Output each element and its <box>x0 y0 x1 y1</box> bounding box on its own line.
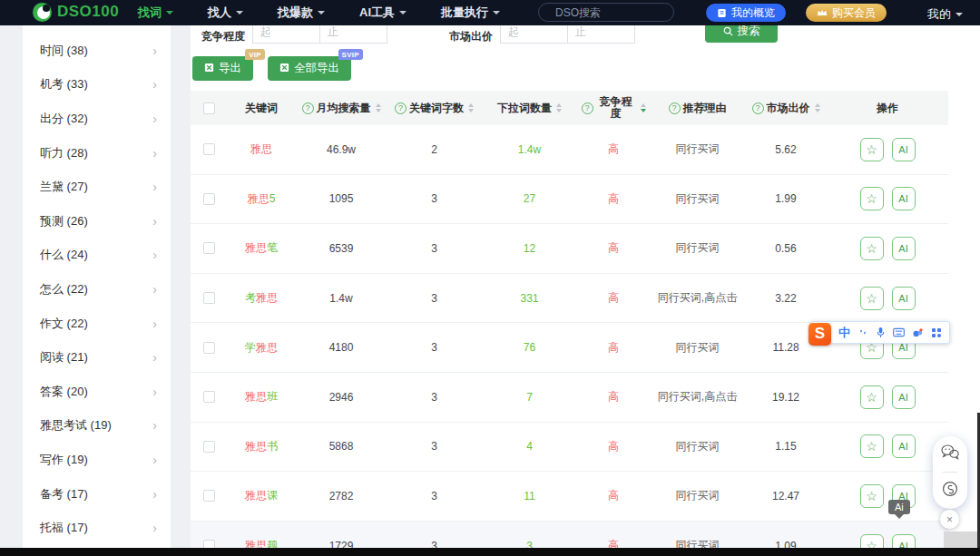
sort-arrows[interactable] <box>556 103 562 112</box>
more-grid-icon[interactable] <box>931 327 942 338</box>
sidebar-item[interactable]: 出分 (32)› <box>23 102 171 136</box>
sort-asc-icon[interactable] <box>815 103 820 107</box>
my-overview-button[interactable]: 我的概览 <box>706 4 786 22</box>
main-menu: 找词找人找爆款AI工具批量执行 <box>138 0 500 25</box>
sidebar-item[interactable]: 什么 (24)› <box>23 239 171 273</box>
sort-desc-icon[interactable] <box>815 109 820 112</box>
dso-logo-text[interactable]: DSO100 <box>57 3 119 21</box>
monthly-search-volume: 6539 <box>296 242 387 255</box>
keyword-cell[interactable]: 雅思5 <box>227 191 296 207</box>
dropdown-word-count: 331 <box>482 292 577 305</box>
keyword-cell[interactable]: 雅思班 <box>227 389 296 405</box>
help-icon[interactable]: ? <box>669 102 681 114</box>
dso-logo-icon[interactable] <box>33 3 52 22</box>
link-icon[interactable] <box>941 480 959 502</box>
row-checkbox-cell <box>191 441 227 453</box>
global-search[interactable] <box>538 3 674 22</box>
microphone-icon[interactable] <box>876 327 886 338</box>
row-checkbox[interactable] <box>203 391 215 403</box>
account-menu[interactable]: 我的 <box>927 6 963 23</box>
favorite-button[interactable]: ☆ <box>860 287 884 310</box>
skin-icon[interactable] <box>912 327 924 338</box>
help-icon[interactable]: ? <box>395 102 407 114</box>
help-icon[interactable]: ? <box>302 102 314 114</box>
ai-button[interactable]: AI <box>892 385 916 409</box>
row-checkbox[interactable] <box>203 490 215 502</box>
sidebar-item[interactable]: 怎么 (22)› <box>23 272 171 307</box>
chevron-right-icon: › <box>152 283 157 296</box>
sidebar-item[interactable]: 机考 (33)› <box>23 68 171 102</box>
help-icon[interactable]: ? <box>582 102 593 114</box>
nav-menu-item[interactable]: 找词 <box>138 5 173 21</box>
favorite-button[interactable]: ☆ <box>860 138 884 161</box>
sort-arrows[interactable] <box>376 103 381 112</box>
row-checkbox[interactable] <box>203 143 215 155</box>
sidebar-item[interactable]: 雅思考试 (19)› <box>23 409 171 444</box>
ai-button[interactable]: AI <box>892 434 916 458</box>
favorite-button[interactable]: ☆ <box>860 187 884 210</box>
ai-button[interactable]: AI <box>892 237 916 260</box>
nav-menu-item[interactable]: 批量执行 <box>441 5 500 21</box>
row-checkbox[interactable] <box>203 193 215 205</box>
row-checkbox-cell <box>191 342 227 354</box>
sort-desc-icon[interactable] <box>641 109 646 112</box>
close-icon: × <box>946 513 953 526</box>
sidebar-item[interactable]: 写作 (19)› <box>23 443 171 477</box>
sidebar-item[interactable]: 答案 (20)› <box>23 375 171 409</box>
keyword-cell[interactable]: 雅思 <box>227 141 296 157</box>
nav-menu-item[interactable]: 找爆款 <box>278 5 325 21</box>
sort-asc-icon[interactable] <box>376 103 381 107</box>
sidebar-item[interactable]: 听力 (28)› <box>23 136 171 171</box>
favorite-button[interactable]: ☆ <box>860 385 884 409</box>
sort-asc-icon[interactable] <box>641 103 646 107</box>
favorite-button[interactable]: ☆ <box>860 237 884 260</box>
favorite-button[interactable]: ☆ <box>860 484 884 508</box>
ime-toolbar[interactable]: S 中 <box>810 321 950 344</box>
keyword-cell[interactable]: 学雅思 <box>227 340 296 356</box>
row-checkbox[interactable] <box>203 441 215 453</box>
sidebar-item[interactable]: 作文 (22)› <box>23 307 171 341</box>
sort-desc-icon[interactable] <box>556 109 562 112</box>
keyword-cell[interactable]: 雅思笔 <box>227 240 296 256</box>
close-widget-button[interactable]: × <box>940 510 959 529</box>
global-search-input[interactable] <box>554 5 698 20</box>
handwriting-icon[interactable] <box>858 327 868 338</box>
sidebar-item[interactable]: 时间 (38)› <box>23 34 171 68</box>
row-checkbox[interactable] <box>203 342 215 354</box>
ai-button[interactable]: AI <box>892 138 916 161</box>
sort-arrows[interactable] <box>468 103 474 112</box>
keyword-cell[interactable]: 雅思课 <box>227 488 296 503</box>
sort-asc-icon[interactable] <box>468 103 474 107</box>
sort-arrows[interactable] <box>641 103 646 112</box>
export-button[interactable]: 全部导出SVIP <box>268 56 351 81</box>
sogou-logo-icon[interactable]: S <box>808 323 831 346</box>
keyboard-icon[interactable] <box>893 327 905 337</box>
sidebar-item[interactable]: 备考 (17)› <box>23 477 171 512</box>
select-all-checkbox[interactable] <box>203 102 215 114</box>
ai-button[interactable]: AI <box>892 287 916 310</box>
buy-membership-button[interactable]: 购买会员 <box>806 4 887 22</box>
sidebar-item[interactable]: 预测 (26)› <box>23 204 171 239</box>
sort-desc-icon[interactable] <box>468 109 474 112</box>
chinese-mode-icon[interactable]: 中 <box>838 325 850 341</box>
sidebar-item[interactable]: 阅读 (21)› <box>23 340 171 375</box>
keyword-cell[interactable]: 雅思书 <box>227 439 296 454</box>
sort-arrows[interactable] <box>815 103 820 112</box>
nav-menu-item[interactable]: AI工具 <box>359 5 407 21</box>
row-checkbox[interactable] <box>203 242 215 254</box>
wechat-icon[interactable] <box>940 444 960 463</box>
keyword-char-count: 2 <box>387 143 482 156</box>
help-icon[interactable]: ? <box>752 102 764 114</box>
keyword-cell[interactable]: 考雅思 <box>227 290 296 306</box>
favorite-button[interactable]: ☆ <box>860 434 884 458</box>
sort-asc-icon[interactable] <box>556 103 562 107</box>
nav-menu-item[interactable]: 找人 <box>208 5 243 21</box>
keyword-part: 雅思 <box>245 240 267 256</box>
ai-button[interactable]: AI <box>892 187 916 210</box>
sort-desc-icon[interactable] <box>376 109 381 112</box>
sidebar-item[interactable]: 兰黛 (27)› <box>23 170 171 204</box>
dropdown-word-count: 76 <box>482 341 577 354</box>
sidebar-item[interactable]: 托福 (17)› <box>23 511 171 545</box>
row-checkbox[interactable] <box>203 292 215 304</box>
export-button[interactable]: 导出VIP <box>192 56 253 81</box>
